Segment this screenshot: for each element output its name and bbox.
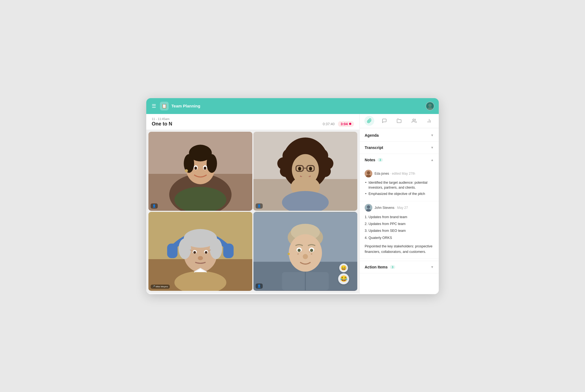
participant-label: Mike Meyers [156, 285, 168, 288]
menu-icon[interactable]: ☰ [151, 102, 157, 110]
svg-point-40 [179, 238, 191, 259]
note-numbered-2-1: 1. Updates from brand team [365, 214, 434, 221]
top-bar: ☰ 📋 Team Planning [146, 98, 439, 114]
note-author-row-1: Eda jones · edited May 27th [365, 170, 434, 177]
svg-point-55 [297, 253, 299, 255]
meeting-time: 11 - 11:45am [152, 117, 354, 121]
notes-header-left: Notes 3 [365, 158, 383, 162]
svg-point-67 [413, 119, 414, 121]
note-avatar-1 [365, 170, 372, 177]
video-overlay-person1: 👤 [151, 203, 158, 209]
note-bullet-1-2: Emphasized the objective of the pitch [365, 191, 434, 197]
meeting-header: 11 - 11:45am One to N 0:37:40 3:04 [146, 114, 359, 130]
transcript-header-left: Transcript [365, 145, 383, 150]
svg-rect-37 [223, 244, 234, 258]
svg-point-1 [427, 107, 432, 110]
meeting-stats: 0:37:40 3:04 [323, 121, 354, 127]
elapsed-time: 0:37:40 [323, 122, 335, 126]
panel-icons-row [360, 114, 439, 128]
accordion-transcript: Transcript ▼ [360, 142, 439, 154]
action-items-header[interactable]: Action Items 3 ▼ [360, 261, 439, 273]
svg-point-25 [298, 141, 312, 155]
svg-point-54 [289, 234, 322, 271]
panel-icon-attach[interactable] [364, 116, 374, 126]
app-window: ☰ 📋 Team Planning 11 - 11:45am One to N … [146, 98, 439, 294]
panel-icon-people[interactable] [409, 116, 419, 126]
video-overlay-person2: 👤 [256, 203, 263, 209]
rec-dot [349, 123, 351, 125]
agenda-header[interactable]: Agenda ▼ [360, 129, 439, 141]
note-author-meta-2: · May 27 [395, 206, 408, 210]
user-avatar-top[interactable] [426, 102, 434, 110]
panel-icon-analytics[interactable] [424, 116, 434, 126]
emoji-2: 😂 [338, 273, 349, 284]
svg-point-31 [309, 167, 312, 170]
notes-header[interactable]: Notes 3 ▲ [360, 154, 439, 166]
video-grid: 👤 [146, 130, 359, 293]
transcript-chevron: ▼ [431, 146, 434, 150]
video-cell-4: 😄 😂 👤 [253, 212, 357, 291]
video-cell-2: 👤 [253, 132, 357, 211]
app-title: Team Planning [171, 104, 423, 108]
svg-point-64 [288, 253, 290, 255]
right-panel: Agenda ▼ Transcript ▼ [359, 114, 439, 294]
video-overlay-person4: 👤 [256, 283, 263, 289]
notes-chevron: ▲ [431, 158, 434, 162]
note-author-2: John Stevens · May 27 [375, 206, 408, 210]
transcript-header[interactable]: Transcript ▼ [360, 142, 439, 154]
note-bullet-1-1: Identified the target audience: potentia… [365, 180, 434, 191]
note-numbered-2-2: 2. Updates from PPC team [365, 221, 434, 227]
app-icon: 📋 [160, 102, 169, 110]
svg-point-62 [310, 249, 313, 252]
svg-point-48 [198, 256, 203, 260]
recording-badge: 3:04 [338, 121, 354, 127]
panel-icon-chat[interactable] [379, 116, 389, 126]
note-entry-1: Eda jones · edited May 27th Identified t… [360, 167, 439, 201]
recording-time: 3:04 [341, 122, 348, 126]
note-author-meta-1: · edited May 27th [390, 172, 415, 175]
svg-point-21 [280, 165, 291, 177]
agenda-title: Agenda [365, 133, 379, 138]
accordion-agenda: Agenda ▼ [360, 129, 439, 142]
note-author-name-1: Eda jones [375, 172, 389, 175]
main-content: 11 - 11:45am One to N 0:37:40 3:04 [146, 114, 439, 294]
app-icon-glyph: 📋 [162, 103, 167, 109]
svg-point-44 [193, 251, 196, 254]
notes-title: Notes [365, 158, 375, 162]
reaction-emojis: 😄 😂 [338, 264, 349, 284]
agenda-header-left: Agenda [365, 133, 379, 138]
action-items-chevron: ▼ [431, 265, 434, 269]
video-cell-3: 🎤 Mike Meyers [148, 212, 252, 291]
svg-point-14 [204, 166, 206, 169]
transcript-title: Transcript [365, 145, 383, 150]
emoji-1: 😄 [339, 264, 348, 272]
action-items-title: Action Items [365, 265, 388, 269]
svg-rect-36 [167, 244, 177, 258]
svg-point-41 [210, 238, 222, 259]
svg-point-30 [298, 167, 301, 170]
note-author-name-2: John Stevens [375, 206, 394, 210]
accordion-action-items: Action Items 3 ▼ [360, 261, 439, 273]
meeting-title: One to N [152, 121, 172, 127]
note-avatar-2 [365, 204, 372, 212]
note-plain-2: Pinpointed the key stakeholders: prospec… [365, 244, 434, 254]
note-numbered-2-3: 3. Updates from SEO team [365, 227, 434, 234]
svg-point-63 [303, 254, 308, 259]
note-entry-2: John Stevens · May 27 1. Updates from br… [360, 201, 439, 259]
action-items-badge: 3 [390, 265, 395, 269]
notes-section: Eda jones · edited May 27th Identified t… [360, 166, 439, 261]
svg-point-9 [207, 154, 217, 172]
note-author-1: Eda jones · edited May 27th [375, 172, 415, 175]
right-panel-body: Agenda ▼ Transcript ▼ [360, 128, 439, 294]
svg-point-0 [428, 104, 432, 107]
panel-icon-files[interactable] [394, 116, 404, 126]
svg-point-15 [185, 169, 188, 172]
svg-point-75 [367, 205, 370, 209]
meeting-title-row: One to N 0:37:40 3:04 [152, 121, 354, 127]
video-overlay-person3: 🎤 Mike Meyers [151, 285, 170, 289]
agenda-chevron: ▼ [431, 133, 434, 137]
svg-point-24 [319, 165, 331, 177]
note-author-row-2: John Stevens · May 27 [365, 204, 434, 212]
notes-badge: 3 [378, 158, 383, 162]
svg-point-57 [311, 253, 312, 255]
